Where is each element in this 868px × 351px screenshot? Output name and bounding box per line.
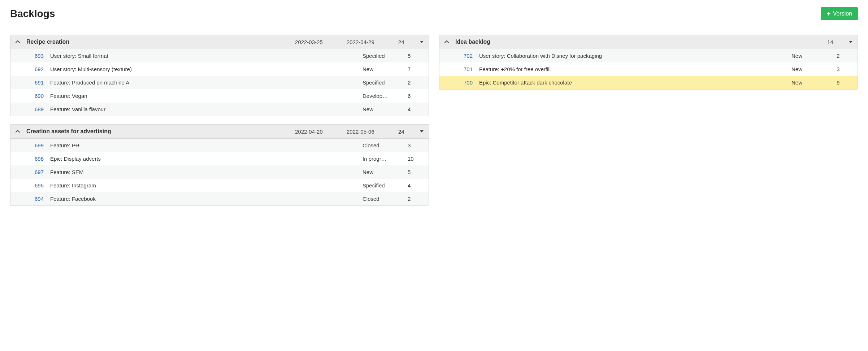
backlog-body: 699Feature: PRClosed3698Epic: Display ad… [10,139,429,205]
backlog-row[interactable]: 698Epic: Display advertsIn progr…10 [10,152,429,165]
ticket-status: New [363,66,396,72]
ticket-status: Closed [363,142,396,148]
ticket-points: 5 [408,169,421,175]
ticket-id-link[interactable]: 702 [455,53,473,59]
backlog-header[interactable]: Creation assets for advertising2022-04-2… [10,125,429,139]
ticket-title: Feature: SEM [50,169,361,175]
ticket-status: Specified [363,53,396,59]
backlog-row[interactable]: 694Feature: FacebookClosed2 [10,192,429,205]
ticket-title: Feature: PR [50,142,361,148]
ticket-status: New [363,106,396,112]
ticket-title: User story: Small format [50,53,361,59]
ticket-title: User story: Collaboration with Disney fo… [479,53,790,59]
ticket-points: 6 [408,93,421,99]
backlog-row[interactable]: 697Feature: SEMNew5 [10,165,429,179]
ticket-title: Feature: Instagram [50,182,361,188]
ticket-id-link[interactable]: 699 [26,142,44,148]
ticket-id-link[interactable]: 695 [26,182,44,188]
ticket-title: Feature: Produced on machine A [50,79,361,86]
ticket-status: Specified [363,79,396,86]
backlog-date-start: 2022-04-20 [295,129,335,135]
ticket-points: 3 [408,142,421,148]
ticket-status: In progr… [363,156,396,162]
backlog-header[interactable]: Idea backlog14 [439,35,858,49]
backlog-date-end: 2022-05-06 [347,129,386,135]
ticket-title: Feature: +20% for free overfill [479,66,790,72]
ticket-id-link[interactable]: 694 [26,196,44,202]
backlog-row[interactable]: 695Feature: InstagramSpecified4 [10,179,429,192]
backlog: Idea backlog14702User story: Collaborati… [439,35,858,90]
ticket-status: New [791,53,825,59]
ticket-title: Epic: Competitor attack dark chocolate [479,79,790,86]
ticket-title: Feature: Vegan [50,93,361,99]
backlog-date-start: 2022-03-25 [295,39,335,45]
ticket-points: 2 [408,79,421,86]
chevron-up-icon[interactable] [16,129,20,134]
ticket-points: 5 [408,53,421,59]
caret-down-icon[interactable] [420,40,424,44]
ticket-points: 7 [408,66,421,72]
caret-down-icon[interactable] [420,130,424,133]
chevron-up-icon[interactable] [16,40,20,44]
ticket-status: New [791,66,825,72]
backlog-body: 702User story: Collaboration with Disney… [439,49,858,89]
ticket-points: 9 [837,79,850,86]
page-title: Backlogs [10,8,55,20]
ticket-title: Feature: Facebook [50,196,361,202]
backlog-row[interactable]: 702User story: Collaboration with Disney… [439,49,858,62]
ticket-id-link[interactable]: 700 [455,79,473,86]
backlog-row[interactable]: 692User story: Multi-sensory (texture)Ne… [10,62,429,76]
ticket-id-link[interactable]: 698 [26,156,44,162]
ticket-points: 2 [408,196,421,202]
add-version-button[interactable]: + Version [821,7,858,20]
chevron-up-icon[interactable] [444,40,449,44]
ticket-points: 4 [408,106,421,112]
backlog-row[interactable]: 701Feature: +20% for free overfillNew3 [439,62,858,76]
backlog-count: 24 [398,39,411,45]
ticket-id-link[interactable]: 693 [26,53,44,59]
backlog-row[interactable]: 690Feature: VeganDevelop…6 [10,89,429,103]
ticket-id-link[interactable]: 697 [26,169,44,175]
backlog-row[interactable]: 689Feature: Vanilla flavourNew4 [10,103,429,116]
add-version-label: Version [833,10,852,17]
backlog-name: Recipe creation [26,39,288,45]
ticket-id-link[interactable]: 691 [26,79,44,86]
ticket-points: 3 [837,66,850,72]
backlog-row[interactable]: 700Epic: Competitor attack dark chocolat… [439,76,858,89]
ticket-points: 10 [408,156,421,162]
ticket-id-link[interactable]: 701 [455,66,473,72]
ticket-id-link[interactable]: 692 [26,66,44,72]
ticket-points: 4 [408,182,421,188]
backlog-name: Creation assets for advertising [26,128,288,135]
ticket-points: 2 [837,53,850,59]
backlog-count: 24 [398,129,411,135]
ticket-status: Develop… [363,93,396,99]
backlog-date-end: 2022-04-29 [347,39,386,45]
caret-down-icon[interactable] [849,40,852,44]
ticket-status: New [791,79,825,86]
ticket-status: New [363,169,396,175]
backlog: Recipe creation2022-03-252022-04-2924693… [10,35,429,116]
ticket-id-link[interactable]: 689 [26,106,44,112]
ticket-title: Feature: Vanilla flavour [50,106,361,112]
backlog-count: 14 [827,39,840,45]
ticket-status: Closed [363,196,396,202]
plus-icon: + [826,10,831,17]
ticket-id-link[interactable]: 690 [26,93,44,99]
backlog: Creation assets for advertising2022-04-2… [10,124,429,206]
backlog-row[interactable]: 691Feature: Produced on machine ASpecifi… [10,76,429,89]
backlog-body: 693User story: Small formatSpecified5692… [10,49,429,116]
ticket-title: User story: Multi-sensory (texture) [50,66,361,72]
backlog-header[interactable]: Recipe creation2022-03-252022-04-2924 [10,35,429,49]
backlog-name: Idea backlog [455,39,821,45]
ticket-title: Epic: Display adverts [50,156,361,162]
ticket-status: Specified [363,182,396,188]
backlog-row[interactable]: 693User story: Small formatSpecified5 [10,49,429,62]
backlog-row[interactable]: 699Feature: PRClosed3 [10,139,429,152]
